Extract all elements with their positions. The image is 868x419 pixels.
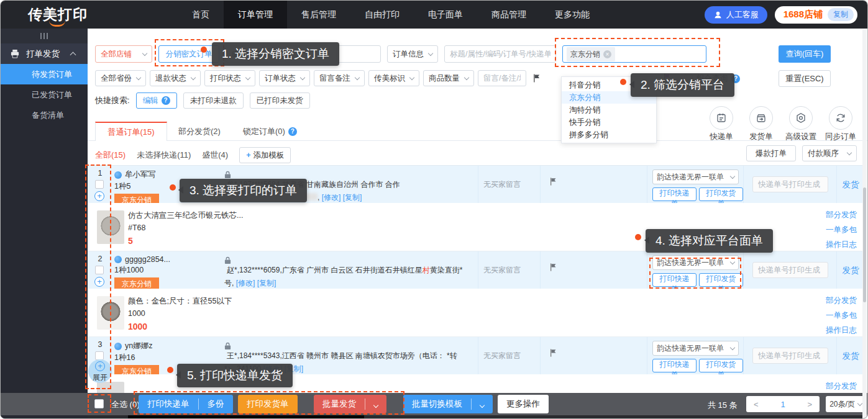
platform-option-pinduoduo[interactable]: 拼多多分销 — [562, 128, 656, 141]
platform-option-kuaishou[interactable]: 快手分销 — [562, 116, 656, 128]
buyer-name[interactable]: yn娜娜z — [125, 341, 152, 351]
nav-item-home[interactable]: 首页 — [178, 1, 224, 29]
nav-item-product-management[interactable]: 商品管理 — [477, 1, 541, 29]
platform-option-taote[interactable]: 淘特分销 — [562, 104, 656, 116]
print-copies-button[interactable]: 多份 — [199, 399, 233, 410]
add-template-button[interactable]: + 添加模板 — [239, 147, 291, 163]
order-checkbox[interactable] — [95, 266, 104, 274]
sidebar-item-stock-list[interactable]: 备货清单 — [1, 105, 88, 125]
query-button[interactable]: 查询(回车) — [779, 45, 831, 63]
subfilter-all[interactable]: 全部(15) — [95, 150, 126, 161]
nav-item-free-print[interactable]: 自由打印 — [350, 1, 414, 29]
shop-filter-dropdown[interactable]: 全部店铺 — [95, 45, 152, 63]
operation-log-link[interactable]: 操作日志 — [826, 240, 857, 250]
print-express-button[interactable]: 打印快递单 — [652, 273, 697, 287]
flag-cell[interactable] — [540, 251, 647, 289]
platform-multiselect[interactable]: 京东分销 × — [562, 45, 706, 63]
dark-flag-icon[interactable] — [532, 73, 542, 83]
reset-button[interactable]: 重置(ESC) — [779, 70, 831, 87]
flag-cell[interactable] — [540, 166, 647, 203]
tag-remove-icon[interactable]: × — [603, 50, 611, 58]
tab-locked-orders[interactable]: 锁定订单(0) ? — [232, 122, 308, 141]
tracking-number-input[interactable] — [752, 176, 828, 192]
subfilter-no-express[interactable]: 未选择快递(11) — [137, 150, 191, 161]
buyer-name[interactable]: 牟小军写 — [125, 169, 156, 180]
hot-print-button[interactable]: 爆款打单 — [746, 145, 796, 161]
advanced-settings-button[interactable]: 高级设置 — [781, 106, 821, 142]
partial-ship-link[interactable]: 部分发货 — [826, 210, 857, 220]
chat-icon[interactable] — [114, 343, 122, 350]
sidebar-item-pending-orders[interactable]: 待发货订单 — [1, 64, 88, 84]
modify-address-link[interactable]: [修改] — [236, 279, 255, 287]
expand-plus-icon[interactable]: + — [94, 277, 104, 287]
prev-page-icon[interactable]: < — [754, 400, 759, 409]
pay-order-dropdown[interactable]: 付款顺序 — [802, 145, 857, 161]
print-invoice-button[interactable]: 打印发货单 — [699, 273, 743, 287]
tab-normal-orders[interactable]: 普通订单(15) — [95, 122, 167, 141]
sidebar-collapse-button[interactable] — [1, 29, 88, 43]
copy-shop-button[interactable]: 复制 — [828, 8, 854, 21]
brand-mark-dropdown[interactable]: 传美标识 — [368, 70, 419, 86]
more-actions-button[interactable]: 更多操作 — [498, 395, 549, 413]
partial-ship-link[interactable]: 部分发货 — [826, 295, 857, 306]
sidebar-item-shipped-orders[interactable]: 已发货订单 — [1, 84, 88, 105]
operation-log-link[interactable]: 操作日志 — [826, 325, 857, 336]
ship-link[interactable]: 发货 — [843, 266, 859, 275]
ship-link[interactable]: 发货 — [843, 180, 859, 189]
sidebar-group-print-ship[interactable]: 打单发货 — [1, 43, 88, 64]
chat-icon[interactable] — [114, 256, 122, 263]
batch-switch-template-button[interactable]: 批量切换模板 — [403, 395, 493, 413]
modify-address-link[interactable]: [修改] — [322, 193, 341, 202]
ship-sheet-button[interactable]: 发货单 — [741, 106, 781, 142]
multi-package-link[interactable]: 一单多包 — [826, 310, 857, 321]
print-express-button[interactable]: 打印快递单 — [652, 359, 697, 372]
nav-item-e-waybill[interactable]: 电子面单 — [414, 1, 477, 29]
subfilter-shengshi[interactable]: 盛世(4) — [202, 150, 228, 161]
express-sheet-button[interactable]: 快递单 — [701, 106, 741, 142]
batch-ship-dropdown-toggle[interactable] — [365, 400, 386, 409]
partial-ship-link[interactable]: 部分发货 — [826, 381, 857, 392]
nav-item-more[interactable]: 更多功能 — [541, 1, 604, 29]
tab-partial-ship[interactable]: 部分发货(2) — [167, 122, 232, 141]
batch-print-invoice-button[interactable]: 打印发货单 — [238, 395, 298, 413]
order-status-dropdown[interactable]: 订单状态 — [259, 70, 310, 86]
copy-address-link[interactable]: [复制] — [257, 279, 276, 287]
order-search-input[interactable] — [444, 45, 556, 63]
product-quantity-dropdown[interactable]: 商品数量 — [423, 70, 474, 86]
message-remark-dropdown[interactable]: 留言备注 — [314, 70, 365, 86]
next-page-icon[interactable]: > — [807, 400, 812, 409]
batch-switch-dropdown-toggle[interactable] — [472, 400, 493, 409]
batch-print-express-button[interactable]: 打印快递单 多份 — [139, 395, 233, 413]
province-dropdown[interactable]: 全部省份 — [95, 70, 146, 86]
page-size-select[interactable]: 20条/页 — [826, 396, 866, 412]
scrollbar-thumb[interactable] — [863, 187, 866, 302]
print-invoice-button[interactable]: 打印发货单 — [699, 359, 743, 372]
buyer-name[interactable]: ggggg2854... — [125, 255, 170, 264]
waybill-template-select[interactable]: 韵达快递无界一联单 — [652, 169, 739, 184]
message-search-input[interactable] — [478, 70, 526, 86]
nav-item-aftersale[interactable]: 售后管理 — [287, 1, 350, 29]
customer-service-button[interactable]: 人工客服 — [705, 6, 767, 24]
order-checkbox[interactable] — [95, 351, 104, 360]
print-invoice-button[interactable]: 打印发货单 — [699, 187, 743, 201]
expand-button[interactable]: + 展开 — [88, 359, 112, 383]
select-all-checkbox[interactable] — [94, 399, 104, 408]
quick-filter-unprinted[interactable]: 未打印未退款 — [183, 92, 244, 109]
help-icon[interactable]: ? — [162, 96, 170, 105]
chat-icon[interactable] — [114, 171, 122, 179]
sync-orders-button[interactable]: 同步订单 — [821, 106, 861, 142]
nav-item-order-management[interactable]: 订单管理 — [224, 1, 287, 29]
ship-link[interactable]: 发货 — [843, 351, 859, 361]
quick-edit-button[interactable]: 编辑 ? — [136, 92, 177, 109]
tracking-number-input[interactable] — [752, 348, 828, 364]
waybill-template-select[interactable]: 韵达快递无界一联单 — [652, 255, 739, 270]
tracking-number-input[interactable] — [752, 262, 828, 278]
multi-package-link[interactable]: 一单多包 — [826, 225, 857, 235]
print-express-button[interactable]: 打印快递单 — [652, 187, 697, 201]
order-info-dropdown[interactable]: 订单信息 — [387, 45, 438, 63]
quick-filter-printed-unshipped[interactable]: 已打印未发货 — [250, 92, 310, 109]
waybill-template-select[interactable]: 韵达快递无界一联单 — [652, 341, 739, 356]
order-checkbox[interactable] — [95, 180, 104, 189]
refund-status-dropdown[interactable]: 退款状态 — [150, 70, 201, 86]
help-icon[interactable]: ? — [288, 127, 297, 136]
